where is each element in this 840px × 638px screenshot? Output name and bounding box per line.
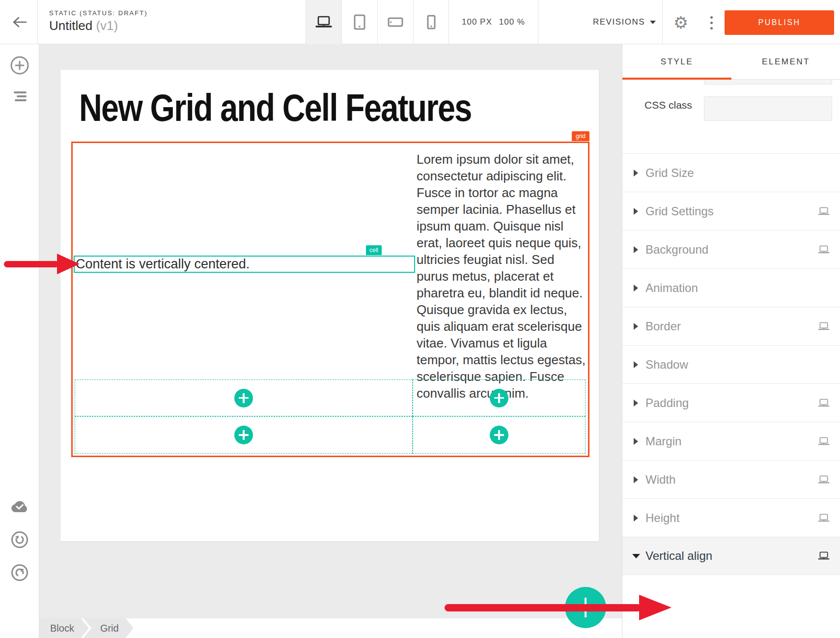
align-bottom-button[interactable] (707, 636, 729, 638)
grid-selection-badge: grid (572, 131, 589, 141)
vertical-align-options (622, 575, 840, 638)
revisions-label: REVISIONS (593, 17, 645, 27)
add-element-button[interactable] (490, 389, 508, 407)
breadcrumb-item-grid[interactable]: Grid (84, 618, 134, 638)
outline-button[interactable] (0, 87, 39, 108)
device-scope-icon (818, 514, 830, 522)
tab-element[interactable]: ELEMENT (731, 44, 840, 79)
lines-icon (14, 91, 27, 93)
device-desktop-button[interactable] (306, 0, 341, 44)
desktop-icon (315, 16, 332, 29)
section-padding[interactable]: Padding (622, 383, 840, 422)
top-toolbar: STATIC (STATUS: DRAFT) Untitled (v1) (0, 0, 840, 44)
section-width[interactable]: Width (622, 460, 840, 498)
kebab-icon (710, 16, 713, 19)
undo-icon (10, 530, 29, 549)
undo-button[interactable] (0, 529, 39, 551)
publish-button[interactable]: PUBLISH (725, 10, 834, 35)
panel-tabs: STYLE ELEMENT (622, 44, 840, 80)
device-preview-switcher (306, 0, 449, 44)
device-phone-button[interactable] (413, 0, 449, 44)
more-options-button[interactable] (705, 12, 717, 33)
back-arrow-icon (12, 16, 27, 28)
chevron-right-icon (634, 323, 638, 330)
style-panel: STYLE ELEMENT CSS class Grid Size Grid S… (622, 44, 840, 638)
cell-content-text[interactable]: Content is vertically centered. (76, 257, 250, 271)
section-height[interactable]: Height (622, 498, 840, 537)
zoom-readout: 100 PX 100 % (462, 0, 525, 44)
css-class-label: CSS class (644, 99, 692, 111)
chevron-right-icon (634, 170, 638, 176)
empty-cell (75, 416, 413, 454)
add-element-fab[interactable] (565, 587, 606, 628)
plus-circle-icon (10, 56, 29, 75)
section-grid-settings[interactable]: Grid Settings (622, 192, 840, 230)
chevron-right-icon (634, 476, 638, 483)
document-info: STATIC (STATUS: DRAFT) Untitled (v1) (49, 9, 147, 33)
device-scope-icon (818, 475, 830, 484)
revisions-dropdown[interactable]: REVISIONS (593, 0, 656, 44)
gear-icon: ⚙ (673, 13, 688, 32)
text-column[interactable]: Lorem ipsum dolor sit amet, consectetur … (417, 151, 589, 402)
section-shadow[interactable]: Shadow (622, 345, 840, 383)
add-block-button[interactable] (0, 55, 39, 76)
chevron-down-icon (650, 21, 656, 24)
breadcrumb: Block Grid (39, 618, 622, 638)
document-title: Untitled (49, 18, 92, 33)
section-animation[interactable]: Animation (622, 268, 840, 307)
selected-grid[interactable]: grid cell Content is vertically centered… (71, 142, 589, 457)
document-version: (v1) (96, 18, 118, 33)
cell-selection-badge: cell (366, 245, 382, 255)
zoom-pct-value: 100 % (499, 17, 525, 27)
align-top-button[interactable] (640, 636, 663, 638)
selected-cell[interactable]: cell Content is vertically centered. (74, 256, 415, 273)
phone-landscape-icon (388, 17, 403, 27)
divider (37, 0, 38, 44)
section-margin[interactable]: Margin (622, 422, 840, 460)
back-button[interactable] (9, 12, 30, 32)
redo-button[interactable] (0, 562, 39, 583)
settings-button[interactable]: ⚙ (670, 12, 692, 33)
chevron-right-icon (634, 400, 638, 406)
add-element-button[interactable] (490, 426, 508, 444)
tab-style[interactable]: STYLE (622, 44, 731, 79)
chevron-right-icon (634, 515, 638, 522)
add-element-button[interactable] (234, 389, 253, 407)
tablet-icon (353, 14, 366, 30)
page-sheet: New Grid and Cell Features grid cell Con… (60, 70, 599, 541)
section-vertical-align[interactable]: Vertical align (622, 537, 840, 575)
breadcrumb-item-block[interactable]: Block (39, 618, 89, 638)
document-status: STATIC (STATUS: DRAFT) (49, 9, 147, 17)
section-grid-size[interactable]: Grid Size (622, 153, 840, 192)
add-element-button[interactable] (234, 426, 253, 444)
css-class-input[interactable] (704, 96, 832, 121)
chevron-right-icon (634, 438, 638, 445)
chevron-right-icon (634, 361, 638, 368)
device-scope-icon (818, 437, 830, 446)
chevron-right-icon (634, 285, 638, 291)
align-middle-button[interactable] (672, 636, 695, 638)
clipped-input-field[interactable] (704, 80, 832, 85)
section-background[interactable]: Background (622, 230, 840, 268)
device-scope-icon (818, 245, 830, 254)
phone-icon (426, 15, 436, 29)
empty-cell (413, 416, 586, 454)
empty-cell (75, 379, 413, 416)
editor-canvas: New Grid and Cell Features grid cell Con… (39, 44, 622, 638)
empty-cell (413, 379, 586, 416)
chevron-right-icon (634, 246, 638, 253)
device-phone-landscape-button[interactable] (377, 0, 413, 44)
chevron-right-icon (634, 208, 638, 215)
device-scope-icon (818, 207, 830, 216)
page-title[interactable]: New Grid and Cell Features (79, 86, 472, 130)
cloud-check-icon (10, 499, 29, 513)
device-tablet-button[interactable] (341, 0, 377, 44)
divider (662, 0, 663, 44)
device-scope-icon (818, 399, 830, 407)
device-scope-icon (818, 551, 830, 560)
section-border[interactable]: Border (622, 307, 840, 345)
redo-icon (10, 563, 29, 582)
chevron-down-icon (632, 554, 640, 558)
zoom-px-value: 100 PX (462, 17, 492, 27)
style-sections-list: Grid Size Grid Settings Background Anima… (622, 153, 840, 575)
